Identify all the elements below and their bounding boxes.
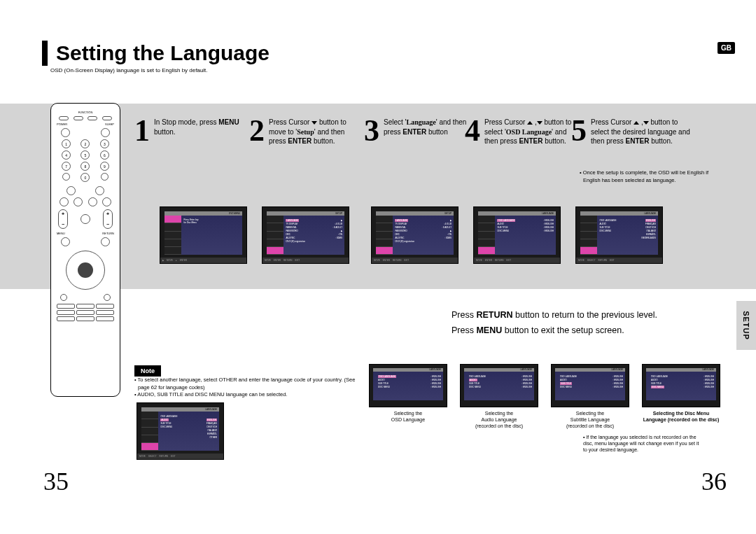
remote-control-illustration: FUNCTION POWERSLEEP 123 456 789 0 +− +− … <box>50 103 120 397</box>
tv-screenshot-step1: DVD MENU Press Enter keyfor Disc Menu ▶M… <box>160 206 247 264</box>
tv-screenshot-step3: SETUP LANGUAGE▶ TV DISPLAY: 4:3 L/B PARE… <box>371 206 458 264</box>
step-num: 4 <box>465 118 480 143</box>
page-title: Setting the Language <box>56 41 270 65</box>
disc-menu-footnote: • If the language you selected is not re… <box>583 434 702 453</box>
subtitle: OSD (On-Screen Display) language is set … <box>50 67 208 73</box>
region-badge: GB <box>718 42 735 54</box>
step-3: 3Select 'Language' and then press ENTER … <box>364 118 472 143</box>
remote-return-label: RETURN <box>102 232 114 235</box>
step-num: 5 <box>571 118 587 143</box>
menu-note: Press MENU button to exit the setup scre… <box>451 325 657 335</box>
thumb-audio: LANGUAGEOSD LANGUAGE: ENGLISHAUDIO: ENGL… <box>460 364 538 429</box>
step-text: Press Cursor , button to select 'OSD Lan… <box>484 118 573 146</box>
tv-screenshot-step4: LANGUAGE OSD LANGUAGE: ENGLISH AUDIO: EN… <box>473 206 561 264</box>
page-number-right: 36 <box>701 467 727 496</box>
osd-complete-note: • Once the setup is complete, the OSD wi… <box>580 169 720 184</box>
thumb-osd: LANGUAGEOSD LANGUAGE: ENGLISHAUDIO: ENGL… <box>369 364 447 429</box>
note-text: To select another language, select OTHER… <box>134 377 365 399</box>
navigation-notes: Press RETURN button to return to the pre… <box>451 304 657 341</box>
page-title-bar: Setting the Language <box>42 41 270 66</box>
page-number-left: 35 <box>43 467 69 496</box>
page-spread: Setting the Language GB OSD (On-Screen D… <box>0 0 756 534</box>
thumb-subtitle: LANGUAGEOSD LANGUAGE: ENGLISHAUDIO: ENGL… <box>551 364 629 429</box>
remote-sleep-label: SLEEP <box>105 122 114 126</box>
setup-side-tab: SETUP <box>736 301 756 350</box>
step-text: Select 'Language' and then press ENTER b… <box>384 118 472 136</box>
remote-function-label: FUNCTION <box>57 111 114 114</box>
step-num: 3 <box>364 118 379 143</box>
step-1: 1In Stop mode, press MENU button. <box>134 118 243 143</box>
step-text: Press Cursor button to move to 'Setup' a… <box>269 118 358 146</box>
selection-thumbnails: LANGUAGEOSD LANGUAGE: ENGLISHAUDIO: ENGL… <box>369 364 720 429</box>
tv-screenshot-step5: LANGUAGE OSD LANGUAGEENGLISH AUDIOFRANÇA… <box>575 206 663 264</box>
return-note: Press RETURN button to return to the pre… <box>451 310 657 320</box>
tv-screenshot-language-select: LANGUAGE OSD LANGUAGE AUDIOENGLISH SUB T… <box>136 402 224 460</box>
remote-dpad-icon <box>66 251 105 290</box>
step-5: 5Press Cursor , button to select the des… <box>571 118 690 146</box>
step-2: 2Press Cursor button to move to 'Setup' … <box>249 118 358 146</box>
tv-screenshot-step2: SETUP LANGUAGE▶ TV DISPLAY: 4:3 L/B PARE… <box>262 206 349 264</box>
note-badge: Note <box>134 365 161 377</box>
step-num: 1 <box>134 118 150 143</box>
thumb-discmenu: LANGUAGEOSD LANGUAGE: ENGLISHAUDIO: ENGL… <box>642 364 720 429</box>
remote-menu-label: MENU <box>57 232 65 235</box>
step-text: Press Cursor , button to select the desi… <box>591 118 690 146</box>
remote-power-label: POWER <box>57 122 67 126</box>
title-accent <box>42 41 48 66</box>
step-num: 2 <box>249 118 265 143</box>
step-4: 4Press Cursor , button to select 'OSD La… <box>465 118 573 146</box>
step-text: In Stop mode, press MENU button. <box>154 118 243 136</box>
